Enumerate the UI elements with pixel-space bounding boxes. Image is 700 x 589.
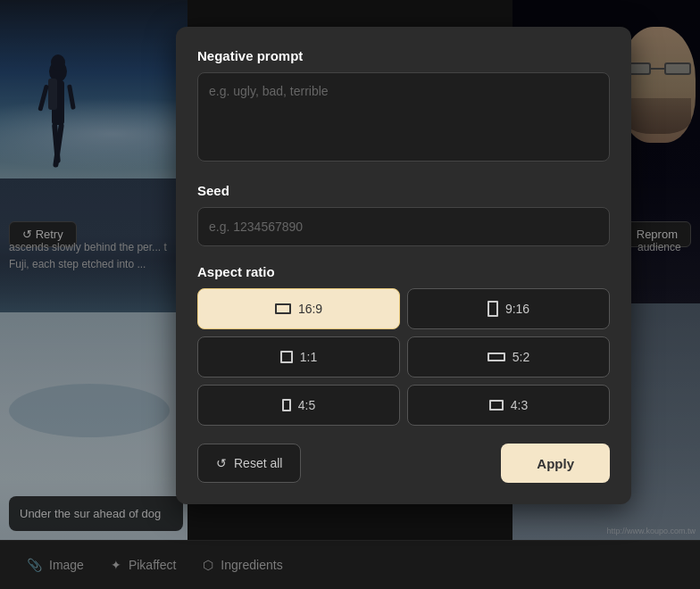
square-icon xyxy=(280,351,293,363)
seed-section: Seed xyxy=(197,183,610,246)
negative-prompt-section: Negative prompt xyxy=(197,48,610,165)
negative-prompt-input[interactable] xyxy=(197,72,610,162)
aspect-4-5-label: 4:5 xyxy=(298,398,315,412)
reset-button[interactable]: ↺ Reset all xyxy=(197,444,301,483)
reset-label: Reset all xyxy=(234,456,282,470)
apply-button[interactable]: Apply xyxy=(501,444,610,483)
aspect-1-1-button[interactable]: 1:1 xyxy=(197,336,400,377)
aspect-16-9-label: 16:9 xyxy=(298,302,322,316)
seed-label: Seed xyxy=(197,183,610,198)
landscape-icon xyxy=(275,303,291,314)
tall-icon xyxy=(282,399,291,411)
portrait-icon xyxy=(488,301,498,317)
aspect-4-3-label: 4:3 xyxy=(511,398,528,412)
aspect-9-16-label: 9:16 xyxy=(505,302,529,316)
aspect-5-2-button[interactable]: 5:2 xyxy=(407,336,610,377)
action-row: ↺ Reset all Apply xyxy=(197,444,610,483)
modal-panel: Negative prompt Seed Aspect ratio 16:9 9… xyxy=(176,27,631,504)
aspect-4-5-button[interactable]: 4:5 xyxy=(197,385,400,426)
box43-icon xyxy=(489,400,504,411)
aspect-ratio-section: Aspect ratio 16:9 9:16 1:1 5:2 xyxy=(197,264,610,426)
aspect-4-3-button[interactable]: 4:3 xyxy=(407,385,610,426)
aspect-ratio-grid: 16:9 9:16 1:1 5:2 4:5 xyxy=(197,288,610,426)
wide-icon xyxy=(488,353,505,361)
aspect-16-9-button[interactable]: 16:9 xyxy=(197,288,400,329)
aspect-5-2-label: 5:2 xyxy=(512,350,529,364)
apply-label: Apply xyxy=(537,456,574,471)
aspect-ratio-label: Aspect ratio xyxy=(197,264,610,279)
negative-prompt-label: Negative prompt xyxy=(197,48,610,63)
aspect-9-16-button[interactable]: 9:16 xyxy=(407,288,610,329)
aspect-1-1-label: 1:1 xyxy=(300,350,317,364)
seed-input[interactable] xyxy=(197,207,610,246)
reset-icon: ↺ xyxy=(216,456,227,470)
